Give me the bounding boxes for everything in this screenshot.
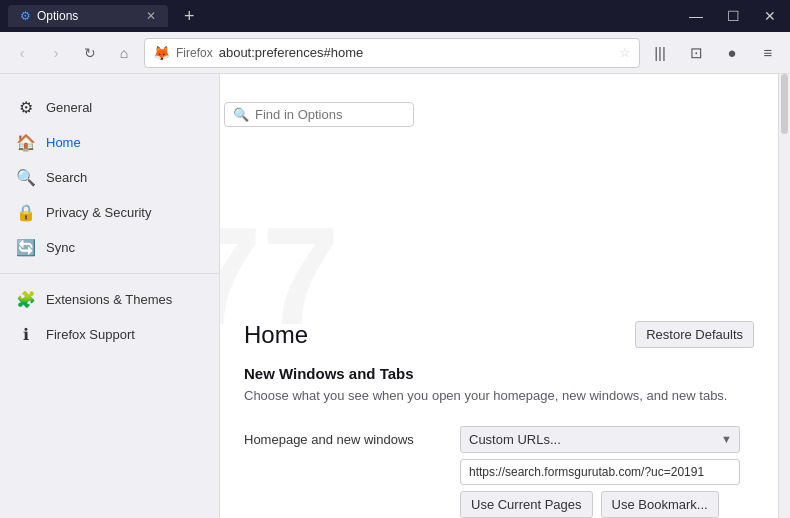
back-button[interactable]: ‹ [8,39,36,67]
window-controls: — ☐ ✕ [683,6,782,26]
address-bar[interactable]: 🦊 Firefox about:preferences#home ☆ [144,38,640,68]
restore-defaults-button[interactable]: Restore Defaults [635,321,754,348]
homepage-select-wrapper: Custom URLs... ▼ [460,426,740,453]
use-current-pages-button[interactable]: Use Current Pages [460,491,593,518]
sidebar-item-home[interactable]: 🏠 Home [0,125,219,160]
firefox-icon: 🦊 [153,45,170,61]
menu-icon[interactable]: ≡ [754,39,782,67]
browser-tab[interactable]: ⚙ Options ✕ [8,5,168,27]
section1-desc: Choose what you see when you open your h… [244,386,754,406]
sidebar-item-privacy[interactable]: 🔒 Privacy & Security [0,195,219,230]
url-display: about:preferences#home [219,45,613,60]
sidebar-item-home-label: Home [46,135,81,150]
homepage-select[interactable]: Custom URLs... [460,426,740,453]
library-icon[interactable]: ||| [646,39,674,67]
homepage-controls: Custom URLs... ▼ Use Current Pages Use B… [460,426,754,518]
home-icon: 🏠 [16,133,36,152]
sidebar-item-support[interactable]: ℹ Firefox Support [0,317,219,352]
new-windows-section: New Windows and Tabs Choose what you see… [244,365,754,518]
nav-right-icons: ||| ⊡ ● ≡ [646,39,782,67]
homepage-btn-row: Use Current Pages Use Bookmark... [460,491,754,518]
new-tab-button[interactable]: + [184,6,195,27]
support-icon: ℹ [16,325,36,344]
homepage-row: Homepage and new windows Custom URLs... … [244,426,754,518]
bookmark-star-icon[interactable]: ☆ [619,45,631,60]
lock-icon: 🔒 [16,203,36,222]
scrollbar-thumb[interactable] [781,74,788,134]
home-button[interactable]: ⌂ [110,39,138,67]
titlebar: ⚙ Options ✕ + — ☐ ✕ [0,0,790,32]
account-icon[interactable]: ● [718,39,746,67]
sidebar-item-sync-label: Sync [46,240,75,255]
reload-button[interactable]: ↻ [76,39,104,67]
sidebar-item-extensions[interactable]: 🧩 Extensions & Themes [0,282,219,317]
browser-label: Firefox [176,46,213,60]
find-search-icon: 🔍 [233,107,249,122]
sidebar-item-extensions-label: Extensions & Themes [46,292,172,307]
extensions-icon: 🧩 [16,290,36,309]
page-header: Restore Defaults Home [244,313,754,361]
find-in-options-input[interactable] [255,107,405,122]
content-area: 🔍 77 Restore Defaults Home New Windows a… [220,74,778,518]
forward-button[interactable]: › [42,39,70,67]
search-icon: 🔍 [16,168,36,187]
minimize-button[interactable]: — [683,6,709,26]
sidebar-item-search[interactable]: 🔍 Search [0,160,219,195]
sidebar-item-general[interactable]: ⚙ General [0,90,219,125]
homepage-label: Homepage and new windows [244,426,444,447]
sidebar-item-general-label: General [46,100,92,115]
scrollbar[interactable] [778,74,790,518]
sidebar-divider [0,273,219,274]
find-in-options-bar: 🔍 [224,102,414,127]
tab-label: Options [37,9,78,23]
section1-title: New Windows and Tabs [244,365,754,382]
sidebar-item-search-label: Search [46,170,87,185]
sync-icon: 🔄 [16,238,36,257]
gear-icon: ⚙ [16,98,36,117]
sidebar-item-support-label: Firefox Support [46,327,135,342]
maximize-button[interactable]: ☐ [721,6,746,26]
close-button[interactable]: ✕ [758,6,782,26]
homepage-url-input[interactable] [460,459,740,485]
sidebar-item-privacy-label: Privacy & Security [46,205,151,220]
navbar: ‹ › ↻ ⌂ 🦊 Firefox about:preferences#home… [0,32,790,74]
main-container: ⚙ General 🏠 Home 🔍 Search 🔒 Privacy & Se… [0,74,790,518]
sidebar: ⚙ General 🏠 Home 🔍 Search 🔒 Privacy & Se… [0,74,220,518]
use-bookmark-button[interactable]: Use Bookmark... [601,491,719,518]
tab-close-icon[interactable]: ✕ [146,9,156,23]
sidebar-item-sync[interactable]: 🔄 Sync [0,230,219,265]
synced-tabs-icon[interactable]: ⊡ [682,39,710,67]
tab-settings-icon: ⚙ [20,9,31,23]
